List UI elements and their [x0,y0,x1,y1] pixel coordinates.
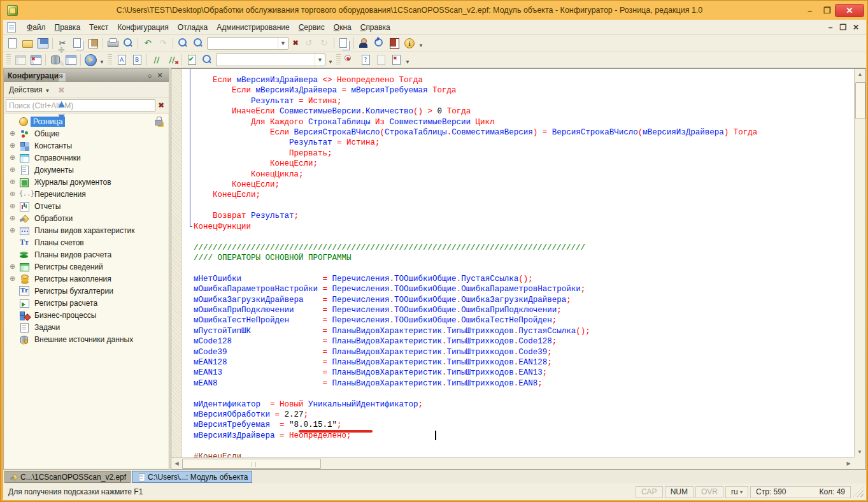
scroll-left-icon[interactable]: ◀ [171,458,182,469]
new-file-button[interactable] [5,36,19,50]
window-tab[interactable]: C:\Users\...: Модуль объекта [132,471,252,483]
format-template-a-button[interactable] [115,53,129,66]
paste-button[interactable] [86,36,100,50]
expand-icon[interactable]: ⊕ [8,262,17,271]
tree-search-input[interactable]: Поиск (Ctrl+Alt+M) [6,99,155,111]
global-search-button[interactable] [176,36,190,50]
tree-item-Планы видов расчета[interactable]: Планы видов расчета [4,248,168,261]
procedure-search-button[interactable] [200,53,214,66]
pin-icon[interactable]: ○ [145,72,155,80]
expand-icon[interactable]: ⊕ [8,166,17,174]
actions-dropdown-arrow[interactable]: ▼ [45,88,50,94]
tree-item-Журналы документов[interactable]: ⊕Журналы документов [4,176,168,188]
menu-Окна[interactable]: Окна [329,21,356,34]
expand-icon[interactable]: ⊕ [8,178,17,186]
expand-icon[interactable]: ⊕ [8,154,17,162]
delete-button[interactable] [55,83,69,97]
expand-icon[interactable]: ⊕ [8,214,17,222]
vertical-scroll-thumb[interactable] [855,82,865,119]
expand-icon[interactable]: ⊕ [8,190,17,198]
window-tab[interactable]: C...\1CScanOPOSScan_v2.epf [4,471,131,483]
scroll-right-icon[interactable]: ▶ [843,458,854,469]
tree-item-Регистры бухгалтерии[interactable]: Регистры бухгалтерии [4,285,168,297]
tree-item-Константы[interactable]: ⊕Константы [4,140,168,152]
syntax-check-button[interactable] [185,53,199,66]
undo-button[interactable] [141,36,155,50]
tree-item-Регистры сведений[interactable]: ⊕Регистры сведений [4,261,168,273]
move-up-button[interactable] [55,97,69,110]
resize-grip[interactable] [853,487,864,497]
tree-item-Справочники[interactable]: ⊕Справочники [4,152,168,164]
prev-bookmark-button[interactable] [374,53,388,66]
toolbar-overflow-arrow[interactable]: ▼ [417,36,425,50]
tree-item-Отчеты[interactable]: ⊕Отчеты [4,200,168,212]
format-template-b-button[interactable] [130,53,144,66]
combobox-dropdown-icon[interactable]: ▼ [315,54,325,66]
find-previous-button[interactable] [317,36,331,50]
tree-item-Планы счетов[interactable]: Планы счетов [4,236,168,248]
set-bookmark-button[interactable] [343,53,357,66]
syntax-help-button[interactable] [387,36,401,50]
expand-icon[interactable]: ⊕ [8,141,17,150]
menu-Файл[interactable]: Файл [22,21,50,34]
close-button[interactable]: ✕ [836,4,864,17]
add-comment-button[interactable] [150,53,164,66]
copy-button[interactable] [71,36,85,50]
search-combobox[interactable]: ▼ [207,37,288,50]
tree-item-Розница[interactable]: Розница [4,115,168,127]
edit-button[interactable] [55,57,69,70]
clear-bookmarks-button[interactable] [389,53,403,66]
find-next-button[interactable] [302,36,316,50]
next-bookmark-button[interactable] [359,53,373,66]
find-button[interactable] [191,36,205,50]
start-debugging-button[interactable] [83,53,97,66]
tree-item-Перечисления[interactable]: ⊕Перечисления [4,188,168,200]
vertical-scrollbar[interactable]: ▲ [854,69,865,457]
mdi-close-button[interactable]: ✕ [850,23,862,32]
menu-Справка[interactable]: Справка [356,21,395,34]
syntax-search-button[interactable] [372,36,386,50]
search-clear-icon[interactable]: ✖ [290,37,301,50]
remove-comment-button[interactable] [165,53,179,66]
menu-Текст[interactable]: Текст [85,21,113,34]
combobox-dropdown-icon[interactable]: ▼ [278,38,288,49]
panel-close-icon[interactable]: ✕ [155,71,165,80]
tree-item-Регистры расчета[interactable]: Регистры расчета [4,297,168,309]
search-clear-icon[interactable]: ✖ [155,99,167,112]
save-button[interactable] [36,36,50,50]
tree-item-Задачи[interactable]: Задачи [4,321,168,333]
mdi-minimize-button[interactable]: – [824,23,837,32]
dropdown-arrow-icon[interactable]: ▼ [98,53,106,66]
tree-item-Внешние источники данных[interactable]: Внешние источники данных [4,333,168,345]
toolbar-grip[interactable] [6,54,11,66]
tree-item-Общие[interactable]: ⊕Общие [4,127,168,140]
expand-icon[interactable]: ⊕ [8,129,17,138]
horizontal-scrollbar[interactable]: ◀ ▶ [171,457,854,469]
expand-icon[interactable]: ⊕ [8,226,17,234]
scroll-down-icon[interactable]: ▼ [854,447,865,457]
menu-Отладка[interactable]: Отладка [173,21,212,34]
print-button[interactable] [106,36,120,50]
language-selector[interactable]: ru ▾ [725,486,748,498]
toolbar-overflow-arrow[interactable]: ▼ [327,53,334,66]
tree-item-Планы видов характеристик[interactable]: ⊕Планы видов характеристик [4,224,168,236]
mdi-restore-button[interactable]: ❐ [837,23,850,32]
print-preview-button[interactable] [121,36,135,50]
horizontal-scroll-thumb[interactable] [182,459,321,469]
maximize-button[interactable]: ❐ [818,4,836,17]
toolbar-overflow-arrow[interactable]: ▼ [404,53,411,66]
system-menu-icon[interactable] [7,22,16,32]
minimize-button[interactable]: – [801,4,818,17]
menu-Администрирование[interactable]: Администрирование [212,21,294,34]
tree-item-Документы[interactable]: ⊕Документы [4,164,168,176]
goto-combobox[interactable]: ▼ [216,54,325,66]
about-button[interactable] [402,36,416,50]
redo-button[interactable] [156,36,170,50]
windows-list-button[interactable] [337,36,351,50]
menu-Конфигурация[interactable]: Конфигурация [113,21,173,34]
tree-item-Регистры накопления[interactable]: ⊕Регистры накопления [4,273,168,285]
tree-item-Бизнес-процессы[interactable]: Бизнес-процессы [4,309,168,321]
tree-item-Обработки[interactable]: ⊕Обработки [4,212,168,224]
actions-menu-button[interactable]: Действия [6,84,45,96]
expand-icon[interactable]: ⊕ [8,275,17,283]
